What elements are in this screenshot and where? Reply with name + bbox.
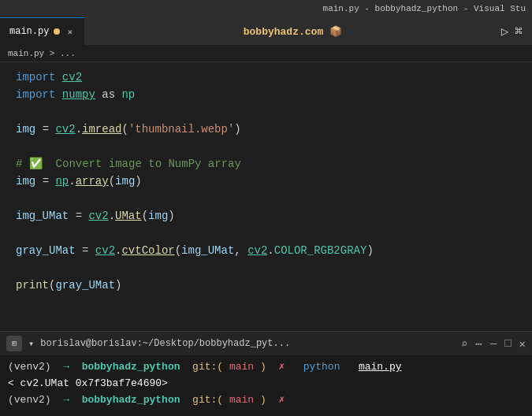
breadcrumb-text: main.py > ... [8,49,76,58]
var-img2: img [16,173,35,190]
code-line-6: # ✅ Convert image to NumPy array [0,155,532,173]
comment-text: # ✅ Convert image to NumPy array [16,155,241,173]
terminal-line-1: (venv2) → bobbyhadz_python git:( main ) … [8,358,524,375]
var-img-umat: img_UMat [16,207,69,225]
site-branding: bobbyhadz.com 📦 [84,25,501,38]
cmd-file: main.py [359,361,402,373]
hostname-1: bobbyhadz_python [76,361,186,373]
code-line-8 [0,190,532,207]
code-line-3 [0,103,532,121]
cv2-ref3: cv2 [95,242,115,259]
fn-print: print [16,277,49,294]
code-line-10 [0,225,532,242]
git-dirty-1: ✗ [278,361,285,373]
branch-name-3: main [229,394,254,406]
op-eq: = [43,121,49,138]
search-icon[interactable]: ⌘ [515,24,523,39]
code-line-1: import cv2 [0,69,532,86]
lib-cv2: cv2 [62,69,82,86]
tab-name: main.py [9,26,49,37]
hostname-3: bobbyhadz_python [76,394,186,406]
terminal-line-2: < cv2.UMat 0x7f3baf7e4690> [8,375,524,392]
terminal-icon-symbol: ⊞ [12,339,17,348]
terminal-dropdown-icon[interactable]: ▾ [28,338,34,350]
terminal-panel: ⊞ ▾ borislav@borislav:~/Desktop/bobbyhad… [0,331,532,416]
fn-cvtcolor: cvtColor [121,242,174,259]
cv2-ref4: cv2 [247,242,267,259]
const-color-rgb2gray: COLOR_RGB2GRAY [274,242,367,259]
var-img: img [16,121,35,138]
cv2-ref2: cv2 [88,207,108,225]
git-branch-3: git:( [192,394,223,406]
branch-name-1: main [229,361,254,373]
code-line-4: img = cv2 . imread ( 'thumbnail.webp' ) [0,121,532,138]
code-line-2: import numpy as np [0,86,532,103]
output-text: < cv2.UMat 0x7f3baf7e4690> [8,377,168,389]
var-gray-umat-arg: gray_UMat [55,277,115,294]
title-text: main.py - bobbyhadz_python - Visual Stu [323,4,526,13]
terminal-close-icon[interactable]: ✕ [519,337,526,351]
git-dirty-3: ✗ [278,394,285,406]
var-img-arg2: img [148,207,168,225]
var-gray-umat: gray_UMat [16,242,76,259]
terminal-search-icon[interactable]: ⌕ [461,337,467,351]
active-tab[interactable]: main.py ✕ [0,17,84,45]
alias-np: np [121,86,135,103]
tab-modified-dot [54,28,60,35]
breadcrumb: main.py > ... [0,45,532,62]
var-img-arg: img [115,173,135,190]
var-img-umat-arg: img_UMat [181,242,234,259]
terminal-more-icon[interactable]: ⋯ [475,337,482,351]
code-line-12 [0,259,532,277]
venv-prefix-1: (venv2) [8,361,57,373]
terminal-content: (venv2) → bobbyhadz_python git:( main ) … [0,355,532,411]
code-line-13: print ( gray_UMat ) [0,277,532,294]
keyword-import2: import [16,86,55,103]
fn-imread: imread [82,121,121,138]
git-branch-close-3: ) [260,394,273,406]
np-ref: np [55,173,69,190]
code-line-9: img_UMat = cv2 . UMat ( img ) [0,207,532,225]
terminal-maximize-icon[interactable]: □ [504,337,511,350]
keyword-import: import [16,69,55,86]
terminal-line-3: (venv2) → bobbyhadz_python git:( main ) … [8,392,524,408]
git-branch-1: git:( [192,361,223,373]
keyword-as: as [102,86,115,103]
title-bar: main.py - bobbyhadz_python - Visual Stu [0,0,532,17]
terminal-title: borislav@borislav:~/Desktop/bobbyhadz_py… [40,338,455,349]
tab-actions: ▷ ⌘ [501,24,532,39]
terminal-minimize-icon[interactable]: — [490,337,497,350]
tab-close-button[interactable]: ✕ [65,26,75,38]
venv-prefix-3: (venv2) [8,394,57,406]
git-branch-close-1: ) [260,361,273,373]
arrow-3: → [63,394,69,406]
str-thumbnail: 'thumbnail.webp' [128,121,234,138]
code-line-7: img = np . array ( img ) [0,173,532,190]
cmd-python: python [303,361,340,373]
cv2-ref: cv2 [55,121,75,138]
code-editor[interactable]: import cv2 import numpy as np img = cv2 … [0,62,532,353]
lib-numpy: numpy [62,86,95,103]
code-line-5 [0,138,532,155]
tab-bar: main.py ✕ bobbyhadz.com 📦 ▷ ⌘ [0,17,532,45]
terminal-actions: ⌕ ⋯ — □ ✕ [461,337,526,351]
terminal-tab-bar: ⊞ ▾ borislav@borislav:~/Desktop/bobbyhad… [0,332,532,355]
fn-umat: UMat [115,207,142,225]
code-line-11: gray_UMat = cv2 . cvtColor ( img_UMat , … [0,242,532,259]
arrow-1: → [63,361,69,373]
cmd-text-1 [291,361,297,373]
run-button[interactable]: ▷ [501,24,509,39]
fn-array: array [76,173,109,190]
terminal-icon: ⊞ [6,336,22,351]
